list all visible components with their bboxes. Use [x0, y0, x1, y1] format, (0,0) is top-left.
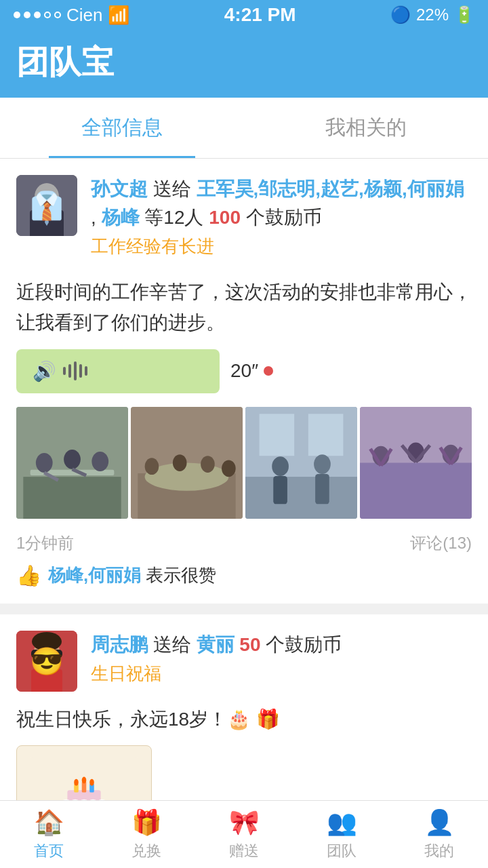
signal-dots: [14, 12, 61, 18]
recording-dot: [264, 366, 273, 376]
svg-rect-47: [31, 669, 62, 692]
app-title: 团队宝: [16, 41, 472, 84]
tab-bar: 全部信息 我相关的: [0, 98, 488, 159]
svg-point-18: [145, 458, 159, 475]
post-header-1: 孙文超 送给 王军昊,邹志明,赵艺,杨颖,何丽娟 , 杨峰 等12人 100 个…: [16, 175, 472, 267]
tab-all[interactable]: 全部信息: [0, 98, 244, 158]
svg-rect-25: [308, 414, 344, 456]
nav-team[interactable]: 👥 团队: [293, 801, 390, 868]
svg-point-1: [35, 183, 59, 210]
battery-icon: 🔋: [454, 5, 474, 24]
post-text-2: 祝生日快乐，永远18岁！🎂 🎁: [16, 705, 472, 735]
wifi-icon: 📶: [108, 5, 129, 26]
status-time: 4:21 PM: [224, 4, 296, 26]
dot3: [34, 12, 41, 18]
dot1: [14, 12, 20, 18]
home-icon: 🏠: [34, 808, 64, 837]
svg-point-12: [92, 452, 108, 471]
svg-rect-4: [49, 205, 58, 219]
svg-point-56: [74, 779, 79, 786]
exchange-label: 兑换: [131, 841, 161, 861]
recipient2-1[interactable]: 杨峰: [102, 207, 140, 228]
image-3[interactable]: [245, 407, 357, 519]
post-meta-1: 孙文超 送给 王军昊,邹志明,赵艺,杨颖,何丽娟 , 杨峰 等12人 100 个…: [91, 175, 472, 267]
home-label: 首页: [34, 841, 64, 861]
feed: 孙文超 送给 王军昊,邹志明,赵艺,杨颖,何丽娟 , 杨峰 等12人 100 个…: [0, 159, 488, 868]
image-4[interactable]: [360, 407, 472, 519]
gift-icon: 🎀: [229, 808, 260, 837]
bottom-nav: 🏠 首页 🎁 兑换 🎀 赠送 👥 团队 👤 我的: [0, 800, 488, 868]
sender-line-2: 周志鹏 送给 黄丽 50 个鼓励币: [91, 631, 472, 659]
like-icon-1: 👍: [16, 564, 41, 587]
image-1[interactable]: [16, 407, 128, 519]
svg-point-19: [173, 454, 187, 471]
svg-rect-8: [23, 477, 121, 519]
dot2: [24, 12, 30, 18]
image-2[interactable]: [131, 407, 243, 519]
svg-point-58: [89, 779, 94, 786]
svg-rect-26: [245, 477, 357, 519]
category-1: 工作经验有长进: [91, 235, 472, 258]
voice-message-1[interactable]: 🔊 20″: [16, 349, 472, 393]
status-bar: Cien 📶 4:21 PM 🔵 22% 🔋: [0, 0, 488, 30]
nav-home[interactable]: 🏠 首页: [0, 801, 98, 868]
coin-count-1: 100: [209, 207, 241, 228]
coin-label-2: 个鼓励币: [266, 634, 342, 655]
coin-label-1: 个鼓励币: [246, 207, 322, 228]
sender-name-1[interactable]: 孙文超: [91, 178, 148, 199]
mine-icon: 👤: [424, 808, 455, 837]
bluetooth-icon: 🔵: [390, 5, 411, 24]
nav-mine[interactable]: 👤 我的: [390, 801, 488, 868]
post-header-2: 周志鹏 送给 黄丽 50 个鼓励币 生日祝福: [16, 631, 472, 694]
count-label: 等12人: [144, 207, 203, 228]
svg-point-57: [82, 777, 87, 784]
voice-duration-1: 20″: [230, 360, 273, 382]
svg-point-10: [36, 453, 53, 473]
post-comments-1[interactable]: 评论(13): [410, 532, 472, 554]
post-text-1: 近段时间的工作辛苦了，这次活动的安排也非常用心，让我看到了你们的进步。: [16, 277, 472, 338]
team-label: 团队: [327, 841, 357, 861]
svg-rect-30: [315, 474, 329, 504]
coin-count-2: 50: [239, 634, 260, 655]
svg-point-36: [407, 442, 424, 462]
recipients-1[interactable]: 王军昊,邹志明,赵艺,杨颖,何丽娟: [197, 178, 464, 199]
nav-exchange[interactable]: 🎁 兑换: [98, 801, 195, 868]
image-grid-1: [16, 407, 472, 519]
tab-mine[interactable]: 我相关的: [244, 98, 488, 158]
battery-label: 22%: [416, 5, 449, 24]
post-card-1: 孙文超 送给 王军昊,邹志明,赵艺,杨颖,何丽娟 , 杨峰 等12人 100 个…: [0, 159, 488, 604]
nav-gift[interactable]: 🎀 赠送: [195, 801, 293, 868]
svg-point-48: [32, 632, 62, 651]
dot5: [54, 12, 61, 18]
team-icon: 👥: [327, 808, 357, 837]
category-2: 生日祝福: [91, 662, 472, 686]
dot4: [44, 12, 51, 18]
post-likes-1[interactable]: 👍 杨峰,何丽娟 表示很赞: [16, 564, 472, 587]
exchange-icon: 🎁: [131, 808, 162, 837]
separator: ,: [91, 207, 96, 228]
app-header: 团队宝: [0, 30, 488, 98]
svg-point-29: [314, 454, 331, 474]
svg-point-21: [222, 460, 236, 477]
sound-icon: 🔊: [33, 360, 56, 382]
avatar-2: [16, 631, 77, 692]
status-right: 🔵 22% 🔋: [390, 5, 474, 24]
sender-name-2[interactable]: 周志鹏: [91, 634, 148, 655]
post-time-1: 1分钟前: [16, 532, 74, 554]
status-left: Cien 📶: [14, 5, 129, 26]
svg-rect-3: [35, 205, 45, 219]
voice-bubble-1[interactable]: 🔊: [16, 349, 220, 393]
svg-rect-45: [49, 650, 62, 658]
mine-label: 我的: [424, 841, 454, 861]
likers-1: 杨峰,何丽娟 表示很赞: [48, 564, 216, 587]
voice-waves: [63, 361, 87, 380]
sender-line-1: 孙文超 送给 王军昊,邹志明,赵艺,杨颖,何丽娟 , 杨峰 等12人 100 个…: [91, 175, 472, 232]
gift-label: 赠送: [229, 841, 259, 861]
svg-point-11: [64, 450, 81, 469]
svg-rect-32: [360, 462, 472, 519]
recipient-2[interactable]: 黄丽: [197, 634, 235, 655]
svg-rect-44: [31, 650, 45, 658]
carrier-label: Cien: [66, 5, 102, 26]
svg-rect-28: [273, 476, 287, 504]
post-meta-2: 周志鹏 送给 黄丽 50 个鼓励币 生日祝福: [91, 631, 472, 694]
